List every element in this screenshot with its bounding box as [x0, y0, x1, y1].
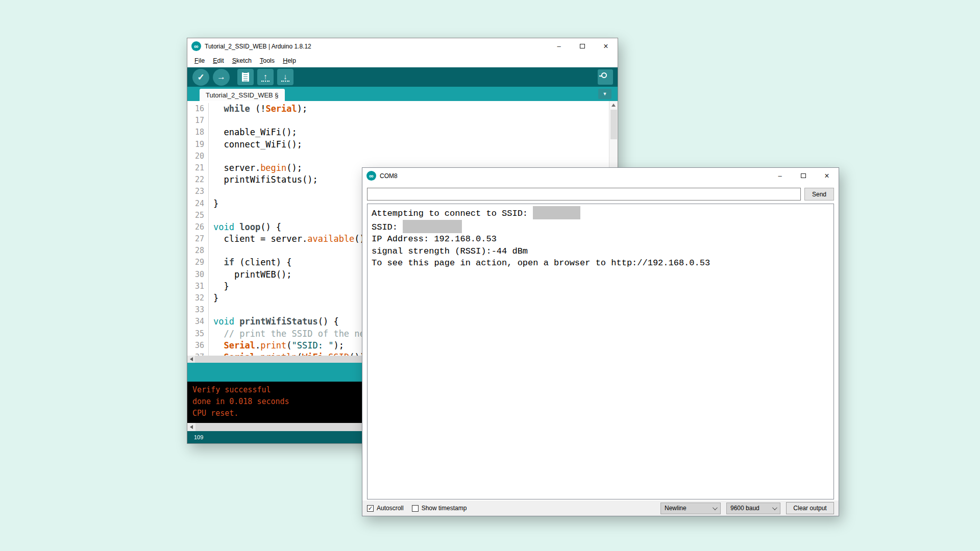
serial-output-area: Attempting to connect to SSID: SSID: IP … — [367, 204, 834, 499]
line-number: 20 — [187, 151, 209, 162]
clear-output-button[interactable]: Clear output — [786, 502, 834, 514]
new-sketch-button[interactable] — [237, 69, 254, 85]
verify-button[interactable]: ✓ — [192, 69, 209, 86]
code-line: 18 enable_WiFi(); — [187, 127, 618, 138]
send-button[interactable]: Send — [804, 188, 834, 201]
menu-bar: FileEditSketchToolsHelp — [187, 54, 618, 67]
line-number: 24 — [187, 198, 209, 210]
serial-output-line: signal strength (RSSI):-44 dBm — [372, 245, 829, 258]
line-number: 26 — [187, 221, 209, 233]
menu-edit[interactable]: Edit — [209, 56, 228, 66]
maximize-icon — [580, 44, 585, 48]
arduino-logo-icon: ∞ — [366, 171, 376, 181]
open-sketch-button[interactable]: ↑ — [257, 69, 274, 85]
maximize-icon — [801, 173, 806, 178]
line-number: 27 — [187, 233, 209, 245]
serial-output-line: IP Address: 192.168.0.53 — [372, 233, 829, 245]
line-number: 35 — [187, 328, 209, 340]
save-sketch-button[interactable]: ↓ — [277, 69, 293, 85]
minimize-icon: – — [778, 172, 781, 180]
serial-close-button[interactable]: × — [815, 168, 839, 184]
line-number: 31 — [187, 281, 209, 292]
line-number: 18 — [187, 127, 209, 138]
menu-sketch[interactable]: Sketch — [228, 56, 256, 66]
serial-window-title: COM8 — [380, 172, 398, 180]
code-line: 20 — [187, 151, 618, 162]
save-down-arrow-icon: ↓ — [281, 72, 289, 82]
line-ending-select[interactable]: Newline — [660, 503, 721, 514]
checkmark-icon: ✓ — [197, 72, 204, 83]
current-line-indicator: 109 — [194, 434, 203, 440]
menu-tools[interactable]: Tools — [256, 56, 279, 66]
serial-output-line: Attempting to connect to SSID: — [372, 206, 829, 220]
right-arrow-icon: → — [217, 72, 226, 82]
chevron-down-icon: ▼ — [603, 91, 607, 96]
scroll-up-icon[interactable] — [609, 101, 618, 109]
code-line: 19 connect_WiFi(); — [187, 139, 618, 151]
redacted-ssid-box — [533, 206, 580, 219]
chevron-down-icon — [772, 505, 777, 510]
show-timestamp-checkbox[interactable] — [412, 505, 419, 512]
line-number: 37 — [187, 352, 209, 356]
line-number: 25 — [187, 210, 209, 221]
document-icon — [242, 72, 249, 82]
close-icon: × — [603, 42, 608, 51]
chevron-down-icon — [713, 505, 718, 510]
ide-window-title: Tutorial_2_SSID_WEB | Arduino 1.8.12 — [205, 43, 311, 50]
line-number: 22 — [187, 174, 209, 186]
code-line: 16 while (!Serial); — [187, 103, 618, 115]
line-number: 33 — [187, 304, 209, 316]
serial-output-line: SSID: — [372, 220, 829, 234]
arduino-logo-icon: ∞ — [191, 41, 201, 51]
serial-send-input[interactable] — [367, 188, 801, 201]
ide-toolbar: ✓ → ↑ ↓ — [187, 67, 618, 87]
show-timestamp-label: Show timestamp — [422, 505, 467, 512]
minimize-icon: – — [557, 42, 560, 50]
ide-minimize-button[interactable]: – — [547, 38, 571, 54]
serial-bottom-bar: ✓ Autoscroll Show timestamp Newline 9600… — [362, 500, 839, 516]
code-line: 17 — [187, 115, 618, 127]
line-number: 23 — [187, 186, 209, 197]
line-number: 28 — [187, 245, 209, 257]
baud-rate-select[interactable]: 9600 baud — [726, 503, 780, 514]
ide-maximize-button[interactable] — [571, 38, 594, 54]
baud-rate-value: 9600 baud — [730, 505, 760, 512]
redacted-ssid-box — [403, 220, 462, 233]
magnifier-icon — [601, 72, 607, 78]
tab-strip: Tutorial_2_SSID_WEB § ▼ — [187, 87, 618, 101]
serial-maximize-button[interactable] — [792, 168, 815, 184]
line-number: 36 — [187, 340, 209, 352]
tab-menu-button[interactable]: ▼ — [598, 89, 611, 99]
autoscroll-checkbox[interactable]: ✓ — [367, 505, 374, 512]
serial-monitor-window: ∞ COM8 – × Send Attempting to connect to… — [362, 167, 839, 516]
line-number: 34 — [187, 316, 209, 328]
serial-monitor-button[interactable] — [598, 69, 613, 85]
upload-button[interactable]: → — [213, 69, 230, 86]
line-ending-value: Newline — [665, 505, 687, 512]
line-number: 19 — [187, 139, 209, 151]
serial-titlebar[interactable]: ∞ COM8 – × — [362, 168, 839, 184]
open-up-arrow-icon: ↑ — [261, 72, 270, 82]
ide-titlebar[interactable]: ∞ Tutorial_2_SSID_WEB | Arduino 1.8.12 –… — [187, 38, 618, 54]
ide-close-button[interactable]: × — [594, 38, 618, 54]
scroll-left-icon[interactable] — [187, 356, 195, 363]
console-scroll-left-icon[interactable] — [187, 423, 195, 431]
line-number: 30 — [187, 269, 209, 281]
close-icon: × — [824, 171, 829, 181]
autoscroll-label: Autoscroll — [377, 505, 404, 512]
vertical-scroll-thumb[interactable] — [610, 110, 617, 139]
line-number: 16 — [187, 103, 209, 115]
tab-sketch[interactable]: Tutorial_2_SSID_WEB § — [200, 89, 285, 101]
serial-output-line: To see this page in action, open a brows… — [372, 257, 829, 269]
menu-file[interactable]: File — [190, 56, 209, 66]
line-number: 17 — [187, 115, 209, 127]
line-number: 32 — [187, 292, 209, 304]
line-number: 21 — [187, 162, 209, 174]
menu-help[interactable]: Help — [279, 56, 300, 66]
line-number: 29 — [187, 257, 209, 268]
serial-minimize-button[interactable]: – — [768, 168, 792, 184]
